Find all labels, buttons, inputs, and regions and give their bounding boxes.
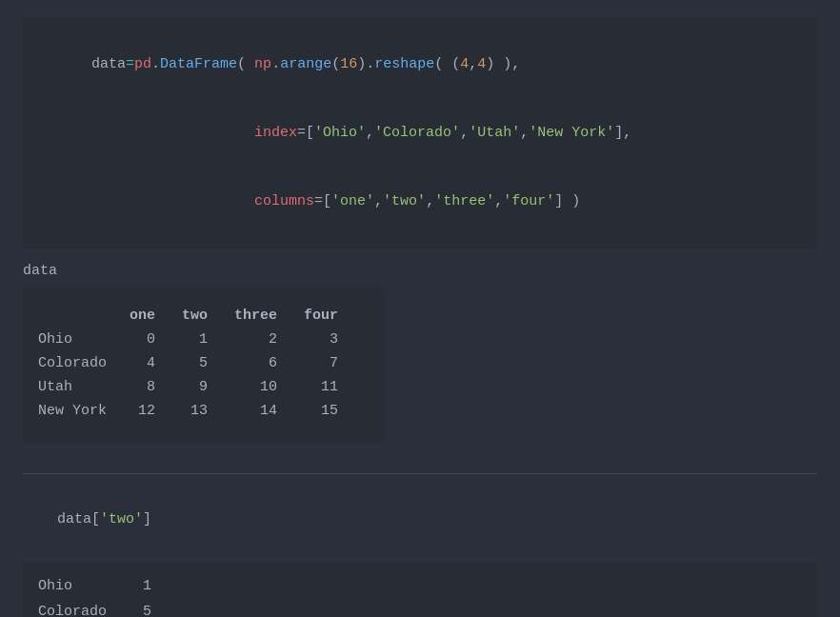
code-indent2: [91, 193, 254, 209]
cell-newyork-three: 14: [227, 399, 296, 423]
cell-utah-one: 8: [122, 375, 174, 399]
cell-colorado-four: 7: [296, 351, 357, 375]
cell-ohio-four: 3: [296, 328, 357, 351]
table-row: Ohio 0 1 2 3: [38, 328, 357, 351]
series-row-colorado: Colorado 5: [38, 599, 802, 617]
code-reshape: reshape: [374, 56, 434, 72]
code-index-kw: index: [254, 125, 297, 141]
cell-colorado-one: 4: [122, 351, 174, 375]
code-num-4a: 4: [460, 56, 469, 72]
code-arange: arange: [280, 56, 331, 72]
code-str-utah: 'Utah': [469, 125, 520, 141]
code-comma2: ,: [366, 125, 374, 141]
code-pd: pd: [134, 56, 151, 72]
dataframe-table-wrapper: one two three four Ohio 0 1 2 3 Colorado…: [23, 287, 385, 444]
code-str-colorado: 'Colorado': [374, 125, 460, 141]
code-data-var: data: [57, 511, 91, 527]
code-str-newyork: 'New York': [529, 125, 614, 141]
col-header-one: one: [122, 304, 174, 328]
table-row: New York 12 13 14 15: [38, 399, 357, 423]
row-index-ohio: Ohio: [38, 328, 122, 351]
col-header-empty: [38, 304, 122, 328]
code-bracket-close: ]: [143, 511, 151, 527]
series-output-block: Ohio 1 Colorado 5 Utah 9 New York 13 Nam…: [23, 562, 817, 617]
cell-newyork-two: 13: [174, 399, 227, 423]
code-comma3: ,: [460, 125, 469, 141]
col-header-three: three: [227, 304, 296, 328]
code-columns-kw: columns: [254, 193, 314, 209]
code-equals: =: [126, 56, 134, 72]
code-paren2: (: [331, 56, 340, 72]
table-row: Colorado 4 5 6 7: [38, 351, 357, 375]
code-paren3: ).: [357, 56, 374, 72]
code-paren: (: [237, 56, 254, 72]
dataframe-table: one two three four Ohio 0 1 2 3 Colorado…: [38, 304, 357, 423]
cell-newyork-one: 12: [122, 399, 174, 423]
code-str-ohio: 'Ohio': [314, 125, 366, 141]
code-var-data: data: [91, 56, 126, 72]
col-header-two: two: [174, 304, 227, 328]
code-comma7: ,: [494, 193, 503, 209]
cell-utah-two: 9: [174, 375, 227, 399]
series-row-ohio: Ohio 1: [38, 573, 802, 599]
code-eq2: =[: [314, 193, 331, 209]
row-index-utah: Utah: [38, 375, 122, 399]
table-header-row: one two three four: [38, 304, 357, 328]
code-eq1: =[: [297, 125, 314, 141]
code-str-four: 'four': [503, 193, 554, 209]
code-paren4: ( (: [434, 56, 460, 72]
code-paren5: ) ),: [486, 56, 520, 72]
page-container: data=pd.DataFrame( np.arange(16).reshape…: [0, 0, 840, 617]
code-dot2: .: [271, 56, 280, 72]
code-str-two-key: 'two': [100, 511, 143, 527]
series-value-ohio: 1: [143, 573, 151, 599]
cell-colorado-two: 5: [174, 351, 227, 375]
series-index-colorado: Colorado: [38, 599, 143, 617]
row-index-newyork: New York: [38, 399, 122, 423]
code-line-1: data=pd.DataFrame( np.arange(16).reshape…: [40, 30, 800, 99]
code-bracket2: ] ): [554, 193, 580, 209]
code-num-4b: 4: [477, 56, 486, 72]
cell-utah-four: 11: [296, 375, 357, 399]
code-np: np: [254, 56, 271, 72]
cell-utah-three: 10: [227, 375, 296, 399]
cell-newyork-four: 15: [296, 399, 357, 423]
code-str-one: 'one': [331, 193, 374, 209]
row-index-colorado: Colorado: [38, 351, 122, 375]
code-block: data=pd.DataFrame( np.arange(16).reshape…: [23, 17, 817, 249]
cell-ohio-one: 0: [122, 328, 174, 351]
code-comma1: ,: [469, 56, 477, 72]
series-index-ohio: Ohio: [38, 573, 143, 599]
code-num-16: 16: [340, 56, 357, 72]
code-comma5: ,: [374, 193, 383, 209]
section-divider: [23, 473, 817, 474]
code-bracket-open: [: [91, 511, 100, 527]
code-line-3: columns=['one','two','three','four'] ): [40, 168, 800, 236]
code-str-two: 'two': [383, 193, 426, 209]
code-dot: .: [151, 56, 160, 72]
code-dataframe: DataFrame: [160, 56, 237, 72]
standalone-data-keyword: data: [23, 263, 817, 279]
code-comma6: ,: [426, 193, 434, 209]
table-row: Utah 8 9 10 11: [38, 375, 357, 399]
series-value-colorado: 5: [143, 599, 151, 617]
code-str-three: 'three': [434, 193, 494, 209]
code-line-2: index=['Ohio','Colorado','Utah','New Yor…: [40, 99, 800, 168]
code-bracket1: ],: [614, 125, 631, 141]
code-comma4: ,: [520, 125, 529, 141]
code-indent1: [91, 125, 254, 141]
col-header-four: four: [296, 304, 357, 328]
cell-ohio-two: 1: [174, 328, 227, 351]
cell-ohio-three: 2: [227, 328, 296, 351]
cell-colorado-three: 6: [227, 351, 296, 375]
code-access-line: data['two']: [23, 486, 817, 554]
